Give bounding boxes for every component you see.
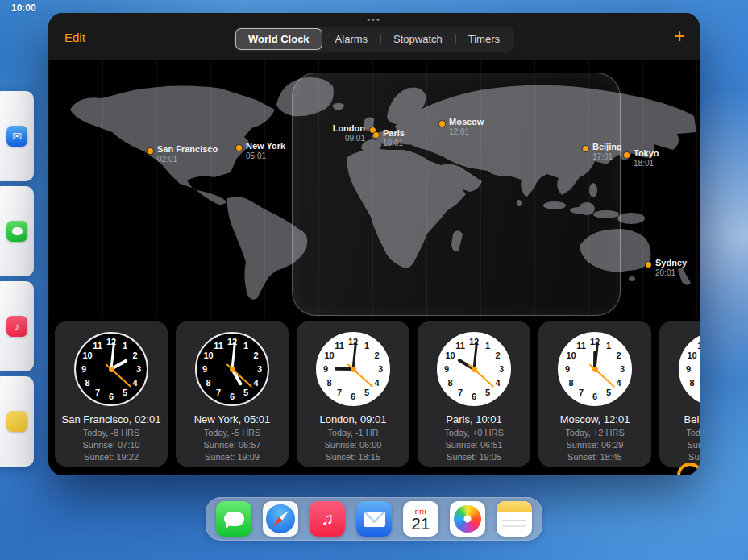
map-city-time: 17:01 bbox=[592, 152, 622, 161]
analog-clock-face: 123456789101112 bbox=[195, 332, 269, 406]
clock-numeral: 7 bbox=[696, 387, 700, 398]
map-city-name: Tokyo bbox=[634, 148, 659, 158]
tab-stopwatch[interactable]: Stopwatch bbox=[380, 28, 455, 50]
clock-center-pin bbox=[592, 367, 598, 372]
analog-clock-face: 123456789101112 bbox=[558, 332, 632, 406]
app-switcher-rail: ✉ ♪ bbox=[0, 91, 37, 471]
map-city-name: Beijing bbox=[592, 142, 622, 151]
world-clock-card[interactable]: 123456789101112 Beijing, 17:01 Today, +7… bbox=[659, 321, 700, 467]
dock-music-icon[interactable]: ♫ bbox=[310, 501, 345, 537]
clock-card-title: New York, 05:01 bbox=[194, 413, 271, 425]
edit-button[interactable]: Edit bbox=[64, 31, 85, 44]
clock-numeral: 10 bbox=[203, 350, 214, 361]
clock-numeral: 7 bbox=[576, 387, 587, 398]
app-switcher-thumbnail[interactable]: ♪ bbox=[0, 281, 34, 371]
clock-numeral: 2 bbox=[129, 350, 140, 361]
clock-numeral: 4 bbox=[250, 377, 261, 388]
notes-band-icon bbox=[497, 501, 532, 512]
calendar-day: 21 bbox=[411, 516, 430, 532]
clock-numeral: 11 bbox=[576, 340, 587, 351]
map-city-name: Paris bbox=[383, 128, 405, 138]
clock-numeral: 5 bbox=[240, 387, 251, 398]
clock-numeral: 10 bbox=[687, 350, 698, 361]
clock-numeral: 12 bbox=[106, 336, 117, 347]
dock-notes-icon[interactable] bbox=[497, 501, 532, 537]
clock-numeral: 6 bbox=[106, 391, 117, 402]
music-icon: ♪ bbox=[6, 316, 27, 337]
clock-card-sunrise: Sunrise: 06:29 bbox=[567, 440, 624, 450]
clock-numeral: 8 bbox=[687, 377, 698, 388]
clock-numeral: 3 bbox=[254, 363, 265, 375]
city-dot-icon bbox=[583, 146, 588, 151]
world-clock-card[interactable]: 123456789101112 San Francisco, 02:01 Tod… bbox=[55, 321, 168, 467]
photos-flower-icon bbox=[454, 505, 481, 533]
map-city-time: 10:01 bbox=[383, 139, 405, 147]
city-dot-icon bbox=[624, 152, 630, 158]
dock-mail-icon[interactable] bbox=[356, 501, 392, 537]
clock-numeral: 3 bbox=[133, 363, 144, 375]
clock-numeral: 6 bbox=[226, 391, 238, 402]
map-city-name: Sydney bbox=[655, 258, 687, 268]
clock-app-window: ••• Edit World ClockAlarmsStopwatchTimer… bbox=[48, 13, 700, 475]
clock-numeral: 4 bbox=[492, 377, 503, 388]
city-dot-icon bbox=[439, 121, 445, 127]
world-map[interactable]: San Francisco 02:01 New York 05:01 Londo… bbox=[48, 60, 700, 319]
dock-photos-icon[interactable] bbox=[450, 501, 485, 537]
clock-card-sunset: Sunset: 18:45 bbox=[567, 452, 622, 462]
tab-alarms[interactable]: Alarms bbox=[322, 28, 380, 50]
clock-numeral: 9 bbox=[78, 363, 89, 375]
status-time: 10:00 bbox=[11, 2, 36, 14]
tab-world-clock[interactable]: World Clock bbox=[235, 28, 322, 50]
clock-card-sunset: Sunset: 18:15 bbox=[326, 452, 380, 462]
app-switcher-thumbnail[interactable] bbox=[0, 376, 34, 467]
add-city-button[interactable]: + bbox=[674, 27, 685, 46]
clock-numeral: 2 bbox=[250, 350, 261, 361]
world-clock-card[interactable]: 123456789101112 Moscow, 12:01 Today, +2 … bbox=[538, 321, 651, 467]
dock-safari-icon[interactable] bbox=[263, 501, 298, 537]
clock-numeral: 7 bbox=[213, 387, 224, 398]
clock-numeral: 9 bbox=[199, 363, 210, 375]
analog-clock-face: 123456789101112 bbox=[437, 332, 511, 406]
dock-calendar-icon[interactable]: FRI 21 bbox=[403, 501, 438, 537]
clock-center-pin bbox=[230, 367, 235, 372]
clock-numeral: 5 bbox=[119, 387, 131, 398]
clock-numeral: 8 bbox=[324, 377, 335, 388]
clock-card-sunrise: Sunrise: 06:51 bbox=[446, 440, 503, 450]
map-city-name: Moscow bbox=[449, 117, 484, 127]
notes-icon bbox=[6, 411, 27, 432]
clock-card-sunrise: Sunrise: 06:00 bbox=[325, 440, 382, 450]
world-clock-card[interactable]: 123456789101112 London, 09:01 Today, -1 … bbox=[297, 321, 409, 467]
clock-numeral: 8 bbox=[566, 377, 577, 388]
clock-numeral: 4 bbox=[371, 377, 382, 388]
tab-timers[interactable]: Timers bbox=[455, 28, 513, 50]
clock-numeral: 9 bbox=[562, 363, 573, 375]
mail-icon: ✉ bbox=[6, 126, 27, 147]
app-switcher-thumbnail[interactable] bbox=[0, 186, 34, 276]
clock-numeral: 5 bbox=[603, 387, 614, 398]
clock-numeral: 11 bbox=[696, 340, 700, 351]
clock-numeral: 7 bbox=[334, 387, 345, 398]
music-note-icon: ♫ bbox=[321, 509, 334, 529]
clock-card-sunset: Sunset: 19:22 bbox=[84, 452, 139, 462]
dock-messages-icon[interactable] bbox=[216, 501, 251, 537]
clock-numeral: 5 bbox=[482, 387, 493, 398]
clock-numeral: 11 bbox=[455, 340, 466, 351]
envelope-icon bbox=[364, 512, 385, 527]
clock-numeral: 3 bbox=[375, 363, 386, 375]
analog-clock-face: 123456789101112 bbox=[74, 332, 148, 406]
clock-numeral: 9 bbox=[320, 363, 331, 375]
clock-numeral: 10 bbox=[445, 350, 456, 361]
app-switcher-thumbnail[interactable]: ✉ bbox=[0, 91, 34, 181]
world-clock-card[interactable]: 123456789101112 Paris, 10:01 Today, +0 H… bbox=[418, 321, 530, 467]
clock-numeral: 3 bbox=[617, 363, 628, 375]
clock-numeral: 4 bbox=[129, 377, 140, 388]
world-clock-card[interactable]: 123456789101112 New York, 05:01 Today, -… bbox=[176, 321, 289, 467]
compass-icon bbox=[266, 504, 295, 533]
clock-numeral: 10 bbox=[82, 350, 94, 361]
clock-card-sunset: Sunset: 19:09 bbox=[205, 452, 260, 462]
analog-clock-face: 123456789101112 bbox=[679, 332, 700, 406]
window-grabber[interactable]: ••• bbox=[367, 15, 381, 24]
city-dot-icon bbox=[646, 262, 651, 268]
clock-numeral: 2 bbox=[371, 350, 382, 361]
clock-numeral: 8 bbox=[82, 377, 94, 388]
